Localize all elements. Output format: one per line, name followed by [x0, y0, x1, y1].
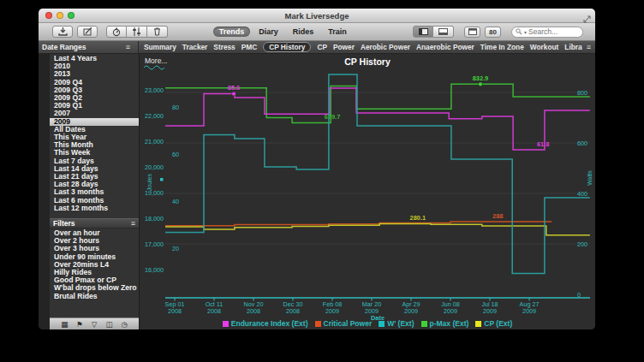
right-axis-tick: 400: [577, 190, 587, 198]
tab-time-in-zone[interactable]: Time In Zone: [480, 43, 524, 51]
tab-cp[interactable]: CP: [317, 43, 327, 51]
import-button[interactable]: [52, 26, 73, 38]
legend-label: p-Max (Ext): [430, 319, 469, 328]
inner-axis-tick: 20: [172, 245, 179, 252]
x-tick-label: 2008: [207, 307, 221, 315]
left-axis-tick: 16,000: [145, 266, 164, 274]
tab-aerobic-power[interactable]: Aerobic Power: [361, 43, 410, 51]
date-ranges-menu-icon[interactable]: ≡: [122, 43, 134, 51]
left-axis-tick: 23,000: [145, 86, 164, 94]
data-label: 280.1: [410, 214, 426, 222]
search-scope-dropdown-icon[interactable]: ▾: [524, 29, 527, 35]
sidebar-inner: Last 4 Years201020132009 Q42009 Q32009 Q…: [50, 54, 139, 329]
left-axis-title: Joules: [146, 173, 152, 191]
tiled-view-button[interactable]: [464, 27, 480, 38]
filter-icon[interactable]: ▽: [92, 321, 98, 328]
toggle-left-sidebar-button[interactable]: [413, 26, 433, 38]
tab-anaerobic-power[interactable]: Anaerobic Power: [416, 43, 474, 51]
x-tick-label: 2009: [522, 307, 536, 315]
app-window: Mark Liversedge: [39, 9, 595, 329]
inner-axis-tick: 80: [172, 104, 179, 111]
tab-pmc[interactable]: PMC: [242, 43, 257, 51]
window-title: Mark Liversedge: [39, 11, 595, 21]
zoom-level-label: 80: [489, 28, 497, 36]
left-axis-tick: 18,000: [145, 215, 164, 223]
legend-item: CP (Ext): [475, 319, 512, 328]
sidebar: Last 4 Years201020132009 Q42009 Q32009 Q…: [39, 54, 139, 329]
legend-swatch: [379, 321, 385, 327]
filters-menu-icon[interactable]: ≡: [131, 219, 135, 228]
legend-swatch: [475, 321, 481, 327]
inner-axis-tick: 60: [172, 151, 179, 158]
left-axis-tick: 20,000: [145, 163, 164, 171]
x-tick-label: 2008: [247, 307, 260, 315]
series-line-endurance-index-ext-: [165, 88, 590, 150]
view-segment-diary[interactable]: Diary: [253, 27, 284, 37]
legend-swatch: [421, 321, 427, 327]
x-tick-label: 2008: [286, 307, 300, 315]
chart-tabs: SummaryTrackerStressPMCCP HistoryCPPower…: [139, 41, 582, 53]
data-label: 288: [492, 212, 503, 220]
x-tick-label: 2008: [168, 307, 182, 315]
tab-stress[interactable]: Stress: [213, 43, 235, 51]
date-range-list: Last 4 Years201020132009 Q42009 Q32009 Q…: [50, 54, 139, 212]
view-segment-rides[interactable]: Rides: [287, 27, 320, 37]
view-segment-trends[interactable]: Trends: [213, 27, 251, 37]
data-label: 85.6: [228, 84, 240, 92]
x-tick-label: 2009: [325, 307, 339, 315]
tab-tracker[interactable]: Tracker: [182, 43, 208, 51]
data-point-dot: [479, 82, 483, 86]
bookmark-icon[interactable]: ⚑: [76, 321, 83, 328]
tab-cp-history[interactable]: CP History: [263, 42, 311, 52]
more-link[interactable]: More...: [145, 56, 167, 65]
right-axis-tick: 0: [577, 291, 581, 299]
date-range-item[interactable]: Last 12 months: [50, 205, 139, 212]
hidden-axis-marker: [160, 178, 164, 181]
ride-tools-group: [106, 26, 168, 38]
calendar-icon[interactable]: ▦: [61, 321, 68, 328]
legend-item: W' (Ext): [379, 319, 414, 328]
legend-item: Critical Power: [315, 319, 373, 328]
left-axis-tick: 22,000: [145, 112, 164, 120]
filters-title: Filters: [53, 219, 75, 228]
right-axis-tick: 800: [577, 89, 587, 97]
filters-header[interactable]: Filters ≡: [50, 218, 139, 228]
tab-bar: Date Ranges ≡ SummaryTrackerStressPMCCP …: [39, 41, 595, 54]
legend-label: W' (Ext): [387, 319, 414, 328]
filter-item[interactable]: Brutal Rides: [50, 293, 139, 300]
legend-item: Endurance Index (Ext): [223, 319, 308, 328]
inner-axis-tick: 40: [172, 198, 179, 205]
stopwatch-button[interactable]: [106, 26, 127, 38]
zoom-level-button[interactable]: 80: [485, 27, 501, 38]
data-label: 61.8: [537, 140, 549, 148]
tab-power[interactable]: Power: [333, 43, 355, 51]
tab-workout[interactable]: Workout: [530, 43, 559, 51]
titlebar[interactable]: Mark Liversedge: [39, 9, 595, 23]
trash-button[interactable]: [147, 26, 168, 38]
sliders-button[interactable]: [127, 26, 147, 38]
filter-list: Over an hourOver 2 hoursOver 3 hoursUnde…: [50, 228, 139, 300]
data-label: 832.9: [473, 74, 489, 82]
view-segment-train[interactable]: Train: [322, 27, 353, 37]
fullscreen-icon[interactable]: [583, 11, 591, 27]
right-axis-tick: 600: [577, 139, 587, 147]
date-ranges-header[interactable]: Date Ranges ≡: [39, 41, 139, 53]
search-field[interactable]: ▾: [511, 27, 583, 38]
sidebar-toggle-group: [413, 26, 454, 38]
left-axis-tick: 17,000: [145, 240, 164, 248]
clock-icon[interactable]: ◷: [121, 321, 127, 328]
x-tick-label: 2009: [404, 307, 418, 315]
legend-label: Critical Power: [324, 319, 373, 328]
compose-button[interactable]: [77, 26, 98, 38]
left-axis-tick: 21,000: [145, 138, 164, 145]
tabbar-menu-icon[interactable]: ≡: [582, 41, 595, 53]
tab-library[interactable]: Library: [564, 43, 581, 51]
layout-group: 80: [464, 27, 501, 38]
legend-label: Endurance Index (Ext): [231, 319, 308, 328]
chart-icon[interactable]: ◫: [105, 321, 112, 328]
legend-label: CP (Ext): [484, 319, 512, 328]
search-input[interactable]: [528, 27, 575, 36]
tab-summary[interactable]: Summary: [144, 43, 176, 51]
toggle-bottom-bar-button[interactable]: [433, 26, 454, 38]
x-tick-label: 2009: [483, 307, 497, 315]
